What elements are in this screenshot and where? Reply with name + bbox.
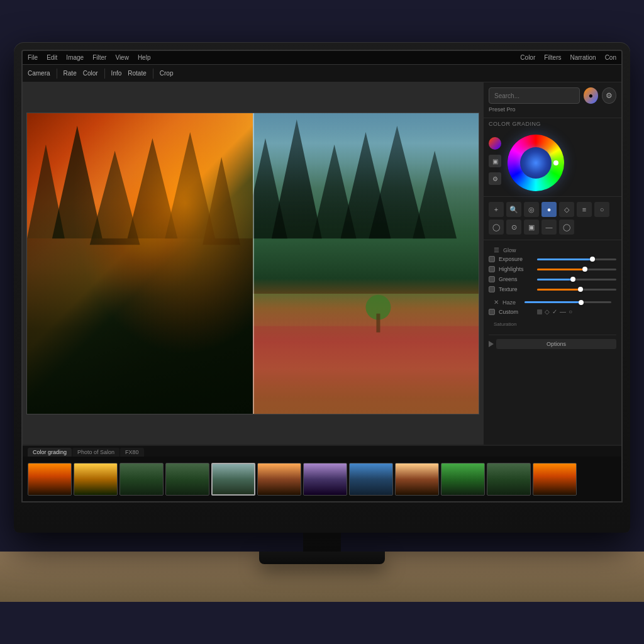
panel-section-label: Color Grading [484,118,621,130]
slider-glow-header: ☰ Glow [489,244,616,256]
slider-exposure-handle[interactable] [590,257,595,262]
slider-highlights-fill [537,269,585,270]
layers-icon[interactable]: ▣ [489,155,501,167]
color-wheel-dot[interactable] [553,160,558,165]
thumb-12[interactable] [533,463,577,496]
tool-circle1[interactable]: ◎ [524,202,539,217]
image-before [27,113,253,414]
toolbar-info[interactable]: Info [111,70,122,77]
toolbar-crop[interactable]: Crop [160,70,174,77]
tab-color-grading[interactable]: Color grading [28,448,72,457]
slider-texture-check[interactable] [489,286,495,292]
menu-filter[interactable]: Filter [92,54,106,61]
menu-bar: File Edit Image Filter View Help Color F… [23,51,621,65]
menu-narration[interactable]: Narration [570,54,596,61]
tab-fx80[interactable]: FX80 [120,448,144,457]
tool-oval[interactable]: ○ [594,202,609,217]
tool-diamond[interactable]: ◇ [559,202,574,217]
panel-search-section: ● ⚙ Preset Pro [484,82,621,118]
slider-haze-handle[interactable] [579,300,584,305]
tool-row2-2[interactable]: ▣ [524,219,539,235]
thumb-10[interactable] [441,463,485,496]
thumb-2[interactable] [74,463,118,496]
panel-preset-label: Preset Pro [489,106,616,113]
thumb-1[interactable] [28,463,72,496]
thumb-9[interactable] [395,463,439,496]
tool-search[interactable]: 🔍 [506,202,521,217]
slider-custom-check[interactable] [489,309,495,315]
thumb-6[interactable] [257,463,301,496]
slider-greens-check[interactable] [489,276,495,282]
color-wheel-inner [520,147,552,179]
slider-exposure-track[interactable] [537,258,616,260]
toolbar: Camera Rate Color Info Rotate Crop [23,65,621,82]
slider-texture-handle[interactable] [578,287,583,292]
thumb-11[interactable] [487,463,531,496]
toolbar-camera[interactable]: Camera [28,70,50,77]
menu-filters[interactable]: Filters [544,54,561,61]
slider-haze-text: Haze [502,299,516,306]
toolbar-rotate[interactable]: Rotate [128,70,146,77]
tool-lines[interactable]: ≡ [577,202,592,217]
slider-row-custom: Custom ◇ ✓ — ○ [489,308,616,315]
menu-file[interactable]: File [28,54,38,61]
slider-glow-check[interactable] [489,256,495,262]
menu-image[interactable]: Image [66,54,84,61]
after-svg [253,113,479,414]
slider-row-highlights: Highlights [489,266,616,272]
tab-photo-salon[interactable]: Photo of Salon [72,448,119,457]
color-mode-btn[interactable]: ● [584,87,598,104]
svg-rect-7 [27,113,253,414]
thumb-8[interactable] [349,463,393,496]
tool-row2-1[interactable]: ⊙ [506,219,521,235]
settings-icon-btn[interactable]: ⚙ [602,87,616,104]
image-after [253,113,479,414]
color-wheel[interactable] [508,135,564,191]
slider-custom-label: Custom [499,309,533,315]
menu-con[interactable]: Con [605,54,616,61]
menu-edit[interactable]: Edit [47,54,57,61]
thumb-3[interactable] [119,463,164,496]
toolbar-rate[interactable]: Rate [64,70,77,77]
slider-highlights-check[interactable] [489,266,495,272]
slider-exposure-fill [537,258,592,260]
thumb-4[interactable] [165,463,209,496]
thumb-5[interactable] [211,463,255,496]
monitor-stand-base [259,552,385,564]
tool-row2-3[interactable]: — [541,219,557,235]
gear-icon[interactable]: ⚙ [489,172,501,185]
desk-surface [0,552,644,602]
slider-haze-track[interactable] [525,301,611,303]
color-swatch[interactable] [489,137,501,150]
image-comparison[interactable] [26,113,479,414]
slider-highlights-handle[interactable] [582,267,587,272]
color-wheel-section: ▣ ⚙ [484,130,621,197]
tool-plus[interactable]: + [489,202,504,217]
toolbar-sep-2 [104,69,105,79]
menu-help[interactable]: Help [138,54,151,61]
filmstrip [23,457,621,501]
menu-color[interactable]: Color [520,54,535,61]
thumb-7[interactable] [303,463,347,496]
slider-custom-sub: Saturation [489,319,616,330]
comparison-divider[interactable] [253,113,254,414]
slider-highlights-label: Highlights [499,266,533,272]
slider-greens-track[interactable] [537,279,616,280]
toolbar-color[interactable]: Color [83,70,98,77]
tool-row2-4[interactable]: ◯ [559,219,574,235]
tool-circle2[interactable]: ● [541,202,557,217]
slider-greens-handle[interactable] [570,277,575,282]
sliders-section: ☰ Glow Exposure Highlights [484,240,621,445]
options-button[interactable]: Options [496,339,616,349]
search-input[interactable] [489,87,580,104]
monitor-screen: File Edit Image Filter View Help Color F… [21,50,623,502]
slider-texture-label: Texture [499,286,533,292]
svg-rect-17 [376,314,380,333]
slider-highlights-track[interactable] [537,269,616,270]
slider-haze-fill [525,301,581,303]
right-panel: ● ⚙ Preset Pro Color Grading ▣ ⚙ [483,82,621,445]
tool-circle3[interactable]: ◯ [489,219,504,235]
slider-texture-fill [537,289,580,291]
menu-view[interactable]: View [115,54,129,61]
slider-texture-track[interactable] [537,289,616,291]
